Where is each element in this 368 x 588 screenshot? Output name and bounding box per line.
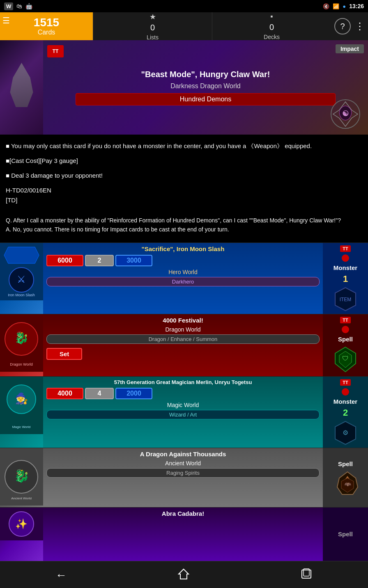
dragon-thousands-side-info: Spell 🦇	[323, 448, 368, 507]
decks-icon: ▪	[270, 12, 273, 21]
merlin-set-dot	[342, 388, 349, 396]
list-item[interactable]: 🐉 Ancient World A Dragon Against Thousan…	[0, 448, 368, 507]
merlin-power: 4000	[46, 388, 83, 399]
top-nav: ☰ 1515 Cards ★ 0 Lists ▪ 0 Decks ? ⋮	[0, 12, 368, 40]
festival-type: Spell	[338, 336, 353, 343]
merlin-defense: 2000	[115, 388, 152, 399]
featured-card-badge: Impact	[336, 44, 364, 53]
recent-icon	[300, 570, 313, 583]
svg-text:☯: ☯	[342, 110, 349, 118]
status-bar: W 🛍 🤖 🔇 📶 ● 13:26	[0, 0, 368, 12]
more-menu-button[interactable]: ⋮	[355, 21, 365, 32]
svg-text:🦇: 🦇	[344, 481, 352, 488]
muted-icon: 🔇	[323, 3, 329, 9]
tab-decks[interactable]: ▪ 0 Decks	[212, 12, 331, 40]
festival-set-button[interactable]: Set	[46, 348, 82, 360]
merlin-subtype: Wizard / Art	[46, 410, 320, 419]
dragon-thousands-title: A Dragon Against Thousands	[46, 451, 320, 458]
qa-answer: A. No, you cannot. There is no timing fo…	[6, 225, 362, 234]
svg-marker-28	[179, 569, 189, 579]
merlin-tt: TT	[340, 379, 350, 386]
home-button[interactable]	[177, 568, 190, 583]
featured-card-symbol: ☯	[327, 98, 364, 130]
merlin-stats: 4000 4 2000	[46, 388, 320, 399]
cards-label: Cards	[38, 29, 55, 36]
lists-star-icon: ★	[150, 12, 156, 21]
merlin-type: Monster	[334, 398, 357, 405]
featured-card-content: "Beast Mode", Hungry Claw War! Darkness …	[43, 40, 368, 135]
wifi-icon: 📶	[333, 3, 339, 9]
svg-text:🛡: 🛡	[342, 355, 349, 362]
festival-title: 4000 Festival!	[46, 317, 320, 324]
decks-label: Decks	[264, 34, 280, 40]
svg-text:⚙: ⚙	[343, 429, 348, 436]
merlin-critical: 4	[85, 388, 114, 399]
status-right: 🔇 📶 ● 13:26	[323, 3, 364, 9]
festival-set-dot	[342, 326, 349, 333]
card-text-section: ■ You may only cast this card if you do …	[0, 135, 368, 212]
svg-text:✨: ✨	[15, 518, 28, 530]
tab-lists[interactable]: ★ 0 Lists	[93, 12, 212, 40]
featured-badge-type: Impact	[336, 44, 364, 53]
list-item[interactable]: 🐉 Dragon World 4000 Festival! Dragon Wor…	[0, 314, 368, 376]
app-icon-bag: 🛍	[16, 3, 22, 9]
festival-world: Dragon World	[46, 326, 320, 333]
lists-label: Lists	[147, 34, 159, 41]
card-content-sacrifice: "Sacrifice", Iron Moon Slash 6000 2 3000…	[43, 243, 323, 314]
sacrifice-power: 6000	[46, 255, 83, 266]
card-content-merlin: 57th Generation Great Magician Merlin, U…	[43, 377, 323, 448]
back-button[interactable]: ←	[55, 569, 67, 582]
festival-subtype: Dragon / Enhance / Summon	[46, 334, 320, 344]
merlin-side-info: TT Monster 2 ⚙	[323, 377, 368, 448]
clock: 13:26	[349, 3, 364, 9]
svg-text:⚔: ⚔	[17, 274, 26, 285]
svg-text:🐉: 🐉	[14, 331, 29, 345]
sacrifice-side-info: TT Monster 1 ITEM	[323, 243, 368, 314]
sacrifice-tt: TT	[340, 245, 350, 252]
abra-title: Abra Cadabra!	[46, 510, 320, 517]
home-icon	[177, 570, 190, 583]
svg-text:Ancient World: Ancient World	[11, 496, 32, 500]
list-item[interactable]: 🧙 Magic World 57th Generation Great Magi…	[0, 376, 368, 448]
qa-question: Q. After I call a monster by the ability…	[6, 216, 362, 225]
svg-text:Iron Moon Slash: Iron Moon Slash	[8, 293, 35, 297]
list-item[interactable]: ⚔ Iron Moon Slash "Sacrifice", Iron Moon…	[0, 243, 368, 314]
sacrifice-world: Hero World	[46, 269, 320, 275]
status-left: W 🛍 🤖	[4, 2, 32, 10]
sacrifice-defense: 3000	[115, 255, 152, 266]
card-list: ⚔ Iron Moon Slash "Sacrifice", Iron Moon…	[0, 243, 368, 561]
merlin-title: 57th Generation Great Magician Merlin, U…	[46, 379, 320, 385]
dragon-thousands-world: Ancient World	[46, 460, 320, 467]
merlin-level: 2	[343, 407, 348, 418]
festival-side-info: TT Spell 🛡	[323, 314, 368, 376]
app-icon-w: W	[4, 2, 13, 10]
merlin-world: Magic World	[46, 402, 320, 408]
dragon-thousands-icon: 🦇	[333, 470, 358, 494]
help-button[interactable]: ?	[334, 18, 351, 34]
merlin-hex: ⚙	[333, 421, 358, 445]
nav-cards-section[interactable]: ☰ 1515 Cards	[0, 12, 93, 40]
app-icon-robot: 🤖	[25, 3, 32, 9]
sacrifice-subtype: Darkhero	[46, 277, 320, 286]
abra-side-info: Spell	[323, 508, 368, 561]
sacrifice-type: Monster	[334, 264, 357, 271]
festival-tt: TT	[340, 317, 350, 323]
featured-card-hero[interactable]: TT "Beast Mode", Hungry Claw War! Darkne…	[0, 40, 368, 135]
recent-button[interactable]	[300, 568, 313, 583]
svg-text:Dragon World: Dragon World	[10, 362, 32, 366]
card-content-abra: Abra Cadabra!	[43, 508, 323, 561]
svg-text:🐉: 🐉	[14, 469, 30, 483]
featured-card-art	[0, 40, 43, 135]
bottom-nav-bar: ←	[0, 561, 368, 588]
nav-icons: ? ⋮	[331, 12, 368, 40]
signal-icon: ●	[343, 3, 346, 9]
card-thumb-festival: 🐉 Dragon World	[0, 314, 43, 376]
list-item[interactable]: ✨ Abra Cadabra! Spell	[0, 507, 368, 561]
sacrifice-hex: ITEM	[333, 287, 358, 311]
featured-card-type: Hundred Demons	[76, 93, 336, 105]
featured-card-world: Darkness Dragon World	[170, 82, 240, 90]
sacrifice-stats: 6000 2 3000	[46, 255, 320, 266]
card-text-line2: ■[Cast Cost][Pay 3 gauge]	[6, 156, 362, 166]
card-text-line1: ■ You may only cast this card if you do …	[6, 141, 362, 151]
abra-type: Spell	[338, 531, 353, 538]
